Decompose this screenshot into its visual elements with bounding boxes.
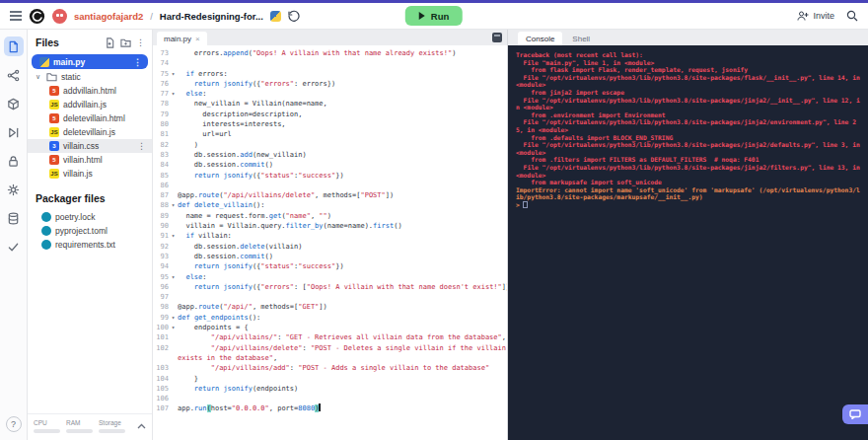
replit-logo-icon[interactable] <box>29 8 45 25</box>
rail-version-control-icon[interactable] <box>4 65 24 85</box>
code-line-75[interactable]: 75▾ if errors: <box>153 69 507 79</box>
code-line-79[interactable]: 79 description=description, <box>153 110 507 119</box>
file-row-main-py[interactable]: main.py⋮ <box>32 54 148 69</box>
chevron-down-icon[interactable]: ∨ <box>36 73 42 81</box>
fold-arrow-icon[interactable]: ▾ <box>169 89 178 99</box>
js-file-icon: JS <box>49 169 59 179</box>
code-line-77[interactable]: 77▾ else: <box>153 89 507 99</box>
tab-main-py[interactable]: main.py × <box>157 32 207 45</box>
console-cursor <box>523 201 528 208</box>
files-menu-kebab-icon[interactable]: ⋮ <box>136 37 145 47</box>
code-line-80[interactable]: 80 interests=interests, <box>153 119 507 129</box>
code-line-83[interactable]: 83 db.session.add(new_villain) <box>153 150 507 160</box>
file-kebab-icon[interactable]: ⋮ <box>137 141 146 151</box>
code-line-84[interactable]: 84 db.session.commit() <box>153 160 507 170</box>
rail-secrets-lock-icon[interactable] <box>4 151 24 171</box>
code-line-107[interactable]: 107app.run(host="0.0.0.0", port=8080) <box>153 403 507 413</box>
meters-expand-chevron-icon[interactable] <box>137 423 146 429</box>
fold-arrow-icon[interactable]: ▾ <box>169 69 178 79</box>
packager-row-pyproject-toml[interactable]: pyproject.toml <box>28 224 152 238</box>
file-row-static[interactable]: ∨static <box>28 70 152 84</box>
rail-settings-gear-icon[interactable] <box>4 180 24 199</box>
hamburger-menu-icon[interactable] <box>10 11 22 21</box>
code-line-103[interactable]: 103 "/api/villains/add": "POST - Adds a … <box>153 363 507 373</box>
file-name: villain.js <box>63 169 93 179</box>
close-tab-icon[interactable]: × <box>195 35 200 43</box>
code-line-89[interactable]: 89 name = request.form.get("name", "") <box>153 211 507 221</box>
line-number: 97 <box>153 292 169 302</box>
code-line-82[interactable]: 82 ) <box>153 140 507 150</box>
console-output[interactable]: Traceback (most recent call last): File … <box>508 45 868 440</box>
code-line-85[interactable]: 85 return jsonify({"status":"success"}) <box>153 171 507 181</box>
file-row-villain-css[interactable]: 3villain.css⋮ <box>28 139 152 153</box>
line-number: 90 <box>153 221 169 231</box>
search-icon[interactable] <box>846 10 858 22</box>
rail-checks-icon[interactable] <box>4 237 24 257</box>
fold-arrow-icon[interactable]: ▾ <box>169 200 178 210</box>
file-kebab-icon[interactable]: ⋮ <box>133 57 142 67</box>
code-line-90[interactable]: 90 villain = Villain.query.filter_by(nam… <box>153 221 507 231</box>
code-line-92[interactable]: 92 db.session.delete(villain) <box>153 242 507 252</box>
code-line-96[interactable]: 96 return jsonify({"errors": ["Oops! A v… <box>153 282 507 292</box>
meter-ram: RAM <box>66 419 93 433</box>
packager-row-requirements-txt[interactable]: requirements.txt <box>28 238 152 252</box>
new-file-icon[interactable] <box>105 37 115 48</box>
code-line-106[interactable]: 106 <box>153 394 507 403</box>
avatar[interactable] <box>52 9 67 24</box>
file-row-addvillain-js[interactable]: JSaddvillain.js <box>28 98 152 111</box>
code-line-91[interactable]: 91▾ if villain: <box>153 231 507 241</box>
chat-bubble-button[interactable] <box>842 404 868 424</box>
console-tab-shell[interactable]: Shell <box>564 32 598 45</box>
code-line-102[interactable]: 102 "/api/villains/delete": "POST - Dele… <box>153 343 507 353</box>
code-line-93[interactable]: 93 db.session.commit() <box>153 252 507 261</box>
rail-shell-run-icon[interactable] <box>4 122 24 142</box>
console-prompt-line[interactable]: > <box>516 201 862 209</box>
file-row-addvillain-html[interactable]: 5addvillain.html <box>28 84 152 98</box>
code-line-wrap[interactable]: exists in the database", <box>153 353 507 363</box>
username[interactable]: santiagofajard2 <box>74 11 143 22</box>
code-line-78[interactable]: 78 new_villain = Villain(name=name, <box>153 99 507 109</box>
code-line-105[interactable]: 105 return jsonify(endpoints) <box>153 384 507 394</box>
code-text: app.run(host="0.0.0.0", port=8080) <box>178 403 507 413</box>
code-line-76[interactable]: 76 return jsonify({"errors": errors}) <box>153 79 507 89</box>
fold-arrow-icon <box>169 160 178 170</box>
rail-packages-icon[interactable] <box>4 94 24 113</box>
code-line-88[interactable]: 88▾def delete_villain(): <box>153 200 507 210</box>
fold-arrow-icon[interactable]: ▾ <box>169 231 178 241</box>
fold-arrow-icon[interactable]: ▾ <box>169 272 178 282</box>
code-line-86[interactable]: 86 <box>153 181 507 190</box>
help-button[interactable]: ? <box>6 416 22 432</box>
new-folder-icon[interactable] <box>120 37 131 48</box>
code-line-97[interactable]: 97 <box>153 292 507 302</box>
code-line-101[interactable]: 101 "/api/villains/": "GET - Retrieves a… <box>153 332 507 342</box>
meter-track <box>99 429 125 433</box>
file-row-villain-js[interactable]: JSvillain.js <box>28 167 152 181</box>
file-row-deletevillain-html[interactable]: 5deletevillain.html <box>28 111 152 125</box>
run-button[interactable]: Run <box>405 6 463 26</box>
code-line-95[interactable]: 95▾ else: <box>153 272 507 282</box>
file-row-deletevillain-js[interactable]: JSdeletevillain.js <box>28 125 152 139</box>
packager-row-poetry-lock[interactable]: poetry.lock <box>28 210 152 224</box>
code-line-94[interactable]: 94 return jsonify({"status":"success"}) <box>153 261 507 271</box>
code-line-81[interactable]: 81 url=url <box>153 129 507 139</box>
code-line-99[interactable]: 99▾def get_endpoints(): <box>153 313 507 323</box>
code-line-98[interactable]: 98@app.route("/api/", methods=["GET"]) <box>153 302 507 312</box>
meter-track <box>66 429 93 433</box>
line-number: 91 <box>153 231 169 241</box>
console-tab-console[interactable]: Console <box>518 32 562 45</box>
code-line-73[interactable]: 73 errors.append("Oops! A villain with t… <box>153 48 507 58</box>
code-line-100[interactable]: 100▾ endpoints = { <box>153 323 507 332</box>
code-line-74[interactable]: 74 <box>153 58 507 68</box>
code-line-87[interactable]: 87@app.route("/api/villains/delete", met… <box>153 190 507 200</box>
history-icon[interactable] <box>288 10 300 22</box>
fold-arrow-icon[interactable]: ▾ <box>169 313 178 323</box>
rail-files-icon[interactable] <box>4 37 24 56</box>
rail-database-icon[interactable] <box>4 208 24 228</box>
code-line-104[interactable]: 104 } <box>153 374 507 384</box>
file-row-villain-html[interactable]: 5villain.html <box>28 153 152 167</box>
fold-arrow-icon[interactable]: ▾ <box>169 323 178 332</box>
repl-name[interactable]: Hard-Redesigning-for... <box>160 11 263 22</box>
invite-button[interactable]: Invite <box>797 11 834 21</box>
code-editor[interactable]: 73 errors.append("Oops! A villain with t… <box>153 45 507 440</box>
editor-layout-icon[interactable] <box>492 33 502 42</box>
